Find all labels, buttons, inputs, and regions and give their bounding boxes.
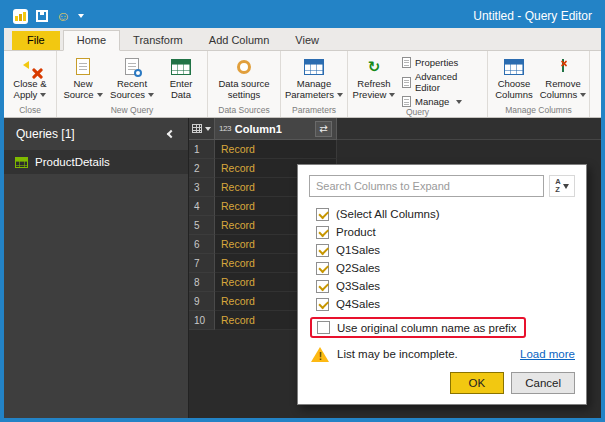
checkbox-item-q3sales[interactable]: Q3Sales (316, 277, 575, 295)
advanced-editor-icon (402, 77, 411, 88)
checkbox-checked-icon[interactable] (316, 262, 329, 275)
checkbox-item-q4sales[interactable]: Q4Sales (316, 295, 575, 313)
checkbox-checked-icon[interactable] (316, 280, 329, 293)
row-number[interactable]: 4 (189, 197, 215, 216)
choose-columns-button[interactable]: Choose Columns (490, 53, 538, 105)
properties-button[interactable]: Properties (399, 57, 485, 68)
table-corner-icon (192, 124, 202, 133)
advanced-editor-button[interactable]: Advanced Editor (399, 71, 485, 93)
refresh-preview-button[interactable]: ↻ Refresh Preview (350, 53, 398, 107)
sort-button[interactable]: AZ (549, 175, 575, 197)
ribbon-group-new-query: New Source Recent Sources Enter Data New… (57, 51, 208, 117)
warning-text: List may be incomplete. (337, 348, 458, 360)
checkbox-item-select-all[interactable]: (Select All Columns) (316, 205, 575, 223)
properties-icon (402, 57, 411, 68)
column-checkbox-list: (Select All Columns) Product Q1Sales Q2S… (316, 205, 575, 313)
row-number[interactable]: 3 (189, 178, 215, 197)
manage-icon (402, 96, 411, 107)
manage-parameters-button[interactable]: Manage Parameters (283, 53, 345, 105)
row-number[interactable]: 2 (189, 159, 215, 178)
sidebar-item-productdetails[interactable]: ProductDetails (4, 150, 188, 174)
dropdown-caret-icon (205, 127, 211, 131)
row-number[interactable]: 10 (189, 311, 215, 330)
prefix-option-label: Use original column name as prefix (337, 322, 517, 334)
group-label-data-sources: Data Sources (210, 105, 278, 117)
sort-arrow-icon (563, 184, 569, 189)
tab-transform[interactable]: Transform (120, 31, 196, 50)
dropdown-caret-icon (97, 93, 103, 97)
dropdown-caret-icon (40, 93, 46, 97)
collapse-pane-icon[interactable] (167, 130, 175, 138)
ribbon-group-data-sources: Data source settings Data Sources (208, 51, 281, 117)
group-label-close: Close (6, 105, 54, 117)
load-more-link[interactable]: Load more (520, 348, 575, 360)
checkbox-checked-icon[interactable] (316, 298, 329, 311)
row-number[interactable]: 9 (189, 292, 215, 311)
dropdown-caret-icon (580, 93, 586, 97)
recent-sources-icon (125, 58, 139, 75)
titlebar: ☺ Untitled - Query Editor (4, 4, 601, 28)
expand-icon: ⇄ (319, 124, 327, 134)
column-type-icon: 123 (219, 124, 231, 133)
ok-button[interactable]: OK (450, 372, 505, 394)
grid-header-row: 123 Column1 ⇄ (189, 118, 601, 140)
group-label-manage-columns: Manage Columns (490, 105, 587, 117)
record-cell[interactable]: Record (215, 140, 337, 159)
enter-data-button[interactable]: Enter Data (157, 53, 205, 105)
table-row: 1 Record (189, 140, 601, 159)
query-small-buttons: Properties Advanced Editor Manage (399, 53, 485, 107)
table-menu-button[interactable] (189, 118, 215, 140)
toolbar-dropdown-icon[interactable] (78, 14, 84, 18)
incomplete-list-warning: ! List may be incomplete. Load more (309, 346, 575, 362)
data-source-settings-button[interactable]: Data source settings (210, 53, 278, 105)
quick-access-toolbar: ☺ (13, 9, 84, 24)
group-label-parameters: Parameters (283, 105, 345, 117)
group-label-new-query: New Query (59, 105, 205, 117)
new-source-button[interactable]: New Source (59, 53, 107, 105)
save-icon[interactable] (36, 10, 48, 22)
column-header-column1[interactable]: 123 Column1 ⇄ (215, 118, 337, 140)
queries-pane-title: Queries [1] (16, 127, 75, 141)
ribbon-group-parameters: Manage Parameters Parameters (281, 51, 348, 117)
gear-icon (237, 60, 251, 74)
row-number[interactable]: 6 (189, 235, 215, 254)
sort-az-icon: AZ (555, 178, 560, 194)
expand-column-button[interactable]: ⇄ (315, 121, 332, 137)
checkbox-item-product[interactable]: Product (316, 223, 575, 241)
feedback-smiley-icon[interactable]: ☺ (56, 9, 70, 23)
dropdown-caret-icon (337, 93, 343, 97)
checkbox-checked-icon[interactable] (316, 244, 329, 257)
checkbox-item-q2sales[interactable]: Q2Sales (316, 259, 575, 277)
tab-file[interactable]: File (12, 31, 60, 50)
close-apply-button[interactable]: Close & Apply (6, 53, 54, 105)
queries-pane-header: Queries [1] (4, 118, 188, 150)
editor-body: Queries [1] ProductDetails 123 Column1 ⇄ (4, 118, 601, 418)
recent-sources-button[interactable]: Recent Sources (108, 53, 156, 105)
warning-icon: ! (311, 346, 330, 362)
clock-icon (134, 69, 142, 77)
expand-columns-popup: AZ (Select All Columns) Product (297, 164, 587, 405)
remove-columns-button[interactable]: Remove Columns (539, 53, 587, 105)
powerbi-logo-icon[interactable] (13, 9, 28, 24)
tab-view[interactable]: View (282, 31, 332, 50)
ribbon-group-manage-columns: Choose Columns Remove Columns Manage Col… (488, 51, 590, 117)
checkbox-item-q1sales[interactable]: Q1Sales (316, 241, 575, 259)
row-number[interactable]: 8 (189, 273, 215, 292)
row-number[interactable]: 5 (189, 216, 215, 235)
table-icon (15, 157, 28, 168)
row-number[interactable]: 7 (189, 254, 215, 273)
manage-button[interactable]: Manage (399, 96, 485, 107)
refresh-icon: ↻ (368, 59, 381, 74)
grid-header-filler (337, 118, 601, 140)
tab-home[interactable]: Home (63, 30, 120, 51)
cancel-button[interactable]: Cancel (511, 372, 575, 394)
checkbox-checked-icon[interactable] (316, 226, 329, 239)
tab-add-column[interactable]: Add Column (196, 31, 283, 50)
prefix-checkbox[interactable] (317, 321, 330, 334)
ribbon-group-query: ↻ Refresh Preview Properties Advanced Ed… (348, 51, 488, 117)
queries-pane: Queries [1] ProductDetails (4, 118, 188, 418)
row-number[interactable]: 1 (189, 140, 215, 159)
search-columns-input[interactable] (309, 175, 544, 197)
checkbox-checked-icon[interactable] (316, 208, 329, 221)
dropdown-caret-icon (456, 100, 462, 104)
